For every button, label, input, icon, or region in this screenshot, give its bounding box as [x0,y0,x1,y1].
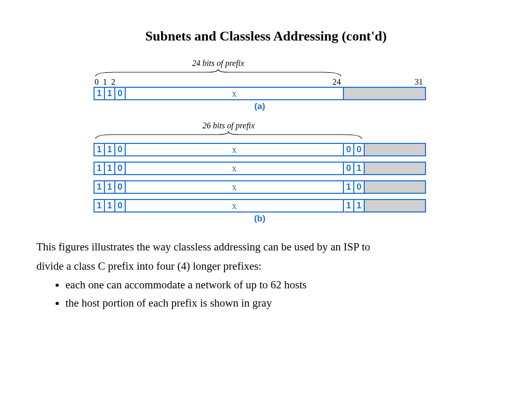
host-portion [365,181,425,193]
tick-1: 1 [103,77,107,87]
prefix-x-cell: x [126,88,344,99]
subnet-bit: 0 [354,144,365,155]
bit-cell: 0 [115,181,126,193]
bit-cell: 1 [105,88,115,99]
bullet-1: each one can accommodate a network of up… [65,276,496,294]
subnet-bit: 1 [344,181,354,193]
host-portion [365,163,425,174]
host-portion [365,144,425,155]
bit-cell: 1 [105,181,115,193]
prefix-x-cell: x [126,200,344,211]
body-text: This figures illustrates the way classle… [36,238,496,311]
bit-cell: 0 [115,144,126,155]
figB-label: (b) [94,214,426,224]
subnet-bit: 1 [354,163,365,174]
bit-cell: 0 [115,200,126,211]
figB-caption: 26 bits of prefix [94,121,364,130]
bit-cell: 1 [105,200,115,211]
bit-cell: 0 [115,88,126,99]
figB-row: 1 1 0 x 0 1 [94,162,426,175]
bit-cell: 0 [115,163,126,174]
prefix-x-cell: x [126,163,344,174]
para-line-2: divide a class C prefix into four (4) lo… [36,258,496,275]
bit-cell: 1 [105,144,115,155]
brace-a [94,68,343,77]
subnet-bit: 1 [354,200,365,211]
figA-bitbar: 1 1 0 x [94,87,426,100]
figB-row: 1 1 0 x 1 0 [94,180,426,194]
host-portion [365,200,425,211]
subnet-bit: 0 [344,144,354,155]
figA-label: (a) [94,101,426,112]
subnet-bit: 0 [354,181,365,193]
figA-tick-row: 0 1 2 24 31 [94,77,426,87]
bullet-2: the host portion of each prefix is shown… [65,295,496,312]
brace-b [94,130,364,140]
bit-cell: 1 [95,144,105,155]
figure-container: 24 bits of prefix 0 1 2 24 31 1 1 0 x (a… [94,59,426,224]
tick-0: 0 [95,77,99,87]
host-portion [344,88,425,99]
figB-row: 1 1 0 x 0 0 [94,143,426,156]
subnet-bit: 0 [344,163,354,174]
page-title: Subnets and Classless Addressing (cont'd… [36,29,496,44]
tick-2: 2 [111,77,115,87]
figA-caption: 24 bits of prefix [94,59,343,68]
bit-cell: 1 [95,163,105,174]
prefix-x-cell: x [126,181,344,193]
para-line-1: This figures illustrates the way classle… [36,238,496,256]
prefix-x-cell: x [126,144,344,155]
figB-row: 1 1 0 x 1 1 [94,199,426,213]
tick-24: 24 [332,77,341,87]
bit-cell: 1 [95,200,105,211]
bit-cell: 1 [105,163,115,174]
bit-cell: 1 [95,181,105,193]
subnet-bit: 1 [344,200,354,211]
bit-cell: 1 [95,88,105,99]
tick-31: 31 [415,77,423,87]
